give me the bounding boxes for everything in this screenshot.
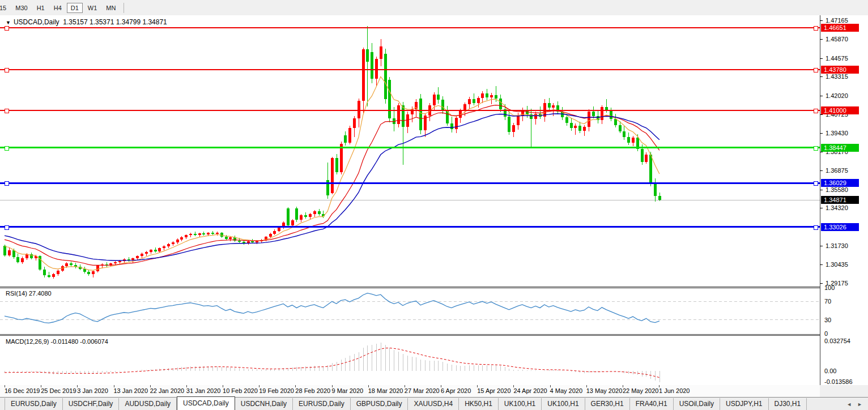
line-drag-handle[interactable]: [814, 225, 818, 230]
tab-usdjpy-h1[interactable]: USDJPY,H1: [720, 398, 768, 410]
tab-fra40-h1[interactable]: FRA40,H1: [630, 398, 674, 410]
timeframe-button-h1[interactable]: H1: [33, 3, 49, 13]
price-tick-mark: [820, 114, 823, 115]
tab-uk100-h1[interactable]: UK100,H1: [542, 398, 585, 410]
tab-audusd-daily[interactable]: AUDUSD,Daily: [119, 398, 177, 410]
support-resistance-line[interactable]: [0, 147, 820, 148]
date-label: 25 Dec 2019: [41, 387, 76, 394]
timeframe-button-d1[interactable]: D1: [67, 3, 83, 13]
price-tick-mark: [820, 264, 823, 265]
date-label: 24 Apr 2020: [513, 387, 547, 394]
line-drag-handle[interactable]: [5, 109, 9, 113]
tab-usdcnh-daily[interactable]: USDCNH,Daily: [235, 398, 293, 410]
timeframe-button-h4[interactable]: H4: [50, 3, 66, 13]
tab-hk50-h1[interactable]: HK50,H1: [459, 398, 499, 410]
price-tick-mark: [820, 170, 823, 171]
tab-eurusd-daily[interactable]: EURUSD,Daily: [5, 398, 63, 410]
price-tick-mark: [820, 190, 823, 190]
date-label: 4 May 2020: [550, 387, 582, 394]
price-tick-mark: [820, 208, 823, 208]
price-badge: 1.41000: [821, 106, 859, 114]
price-tick-mark: [820, 58, 823, 59]
tab-usdchf-daily[interactable]: USDCHF,Daily: [63, 398, 120, 410]
date-label: 18 Mar 2020: [368, 387, 403, 394]
scroll-right-icon[interactable]: ►: [857, 402, 862, 407]
rsi-panel[interactable]: [0, 288, 820, 335]
toolbar-divider: [124, 3, 124, 13]
support-resistance-line[interactable]: [0, 27, 820, 28]
price-tick-label: 1.47165: [826, 17, 848, 24]
macd-axis-label: 0.032754: [824, 338, 850, 344]
line-drag-handle[interactable]: [5, 225, 9, 230]
line-drag-handle[interactable]: [814, 181, 818, 186]
tab-usoil-daily[interactable]: USOil,Daily: [674, 398, 720, 410]
price-tick-label: 1.31730: [826, 242, 848, 249]
price-badge: 1.33026: [821, 223, 859, 231]
line-drag-handle[interactable]: [814, 26, 818, 31]
timeframe-button-mn[interactable]: MN: [102, 3, 120, 13]
date-label: 1 Jun 2020: [659, 387, 690, 394]
symbol-tabs: EURUSD,DailyUSDCHF,DailyAUDUSD,DailyUSDC…: [0, 396, 807, 410]
line-drag-handle[interactable]: [5, 68, 9, 72]
line-drag-handle[interactable]: [5, 181, 9, 186]
price-tick-mark: [820, 20, 823, 21]
macd-axis-label: -0.013586: [824, 378, 853, 385]
price-tick-label: 1.35580: [826, 186, 848, 193]
rsi-axis-label: 30: [824, 317, 831, 323]
line-drag-handle[interactable]: [5, 26, 9, 31]
rsi-axis-label: 0: [824, 330, 828, 337]
price-badge: 1.34871: [821, 196, 859, 204]
date-label: 28 Feb 2020: [295, 387, 330, 394]
line-drag-handle[interactable]: [814, 109, 818, 113]
date-label: 22 Jan 2020: [150, 387, 185, 394]
support-resistance-line[interactable]: [0, 226, 820, 228]
price-tick-mark: [820, 246, 823, 246]
date-label: 10 Feb 2020: [223, 387, 258, 394]
rsi-label: RSI(14) 27.4080: [6, 290, 52, 297]
price-badge: 1.46651: [821, 24, 859, 32]
tab-eurusd-daily[interactable]: EURUSD,Daily: [293, 398, 351, 410]
macd-axis-label: 0.00: [824, 368, 836, 374]
support-resistance-line[interactable]: [0, 69, 820, 70]
date-label: 27 Mar 2020: [405, 387, 440, 394]
price-badge: 1.38447: [821, 144, 859, 152]
tab-gbpusd-daily[interactable]: GBPUSD,Daily: [351, 398, 409, 410]
date-label: 13 Jan 2020: [114, 387, 148, 394]
line-drag-handle[interactable]: [5, 146, 9, 151]
scroll-left-icon[interactable]: ◄: [846, 402, 852, 407]
rsi-axis-label: 100: [824, 284, 835, 291]
support-resistance-line[interactable]: [0, 110, 820, 111]
tab-ger30-h1[interactable]: GER30,H1: [585, 398, 630, 410]
current-price-line: [0, 200, 820, 200]
tab-scroll-arrows: ◄ ►: [846, 398, 862, 410]
price-tick-mark: [820, 39, 823, 40]
date-label: 31 Jan 2020: [186, 387, 221, 394]
timeframe-button-15[interactable]: 15: [0, 3, 10, 13]
date-label: 19 Feb 2020: [259, 387, 294, 394]
price-tick-label: 1.39430: [826, 130, 848, 136]
macd-panel[interactable]: [0, 335, 820, 386]
price-tick-mark: [820, 283, 823, 284]
line-drag-handle[interactable]: [814, 68, 818, 72]
tab-usdcad-daily[interactable]: USDCAD,Daily: [177, 396, 235, 410]
timeframe-button-w1[interactable]: W1: [84, 3, 101, 13]
date-label: 22 May 2020: [623, 387, 659, 394]
chart-symbol: USDCAD,Daily: [14, 18, 59, 26]
tab-xauusd-h4[interactable]: XAUUSD,H4: [408, 398, 459, 410]
chart-dropdown-icon[interactable]: ▼: [6, 20, 11, 25]
price-chart-panel[interactable]: [0, 15, 820, 287]
date-label: 15 Apr 2020: [477, 387, 510, 394]
price-tick-label: 1.30435: [826, 261, 848, 268]
price-tick-label: 1.42020: [826, 92, 848, 99]
price-tick-mark: [820, 96, 823, 96]
price-tick-mark: [820, 76, 823, 77]
tab-uk100-h1[interactable]: UK100,H1: [499, 398, 542, 410]
support-resistance-line[interactable]: [0, 182, 820, 184]
tab-dj30-h1[interactable]: DJ30,H1: [769, 398, 807, 410]
chart-ohlc-values: 1.35157 1.35371 1.34799 1.34871: [63, 18, 167, 26]
date-label: 16 Dec 2019: [5, 387, 40, 394]
price-tick-mark: [820, 133, 823, 134]
timeframe-button-m30[interactable]: M30: [11, 3, 31, 13]
line-drag-handle[interactable]: [814, 146, 818, 151]
date-label: 9 Mar 2020: [332, 387, 364, 394]
